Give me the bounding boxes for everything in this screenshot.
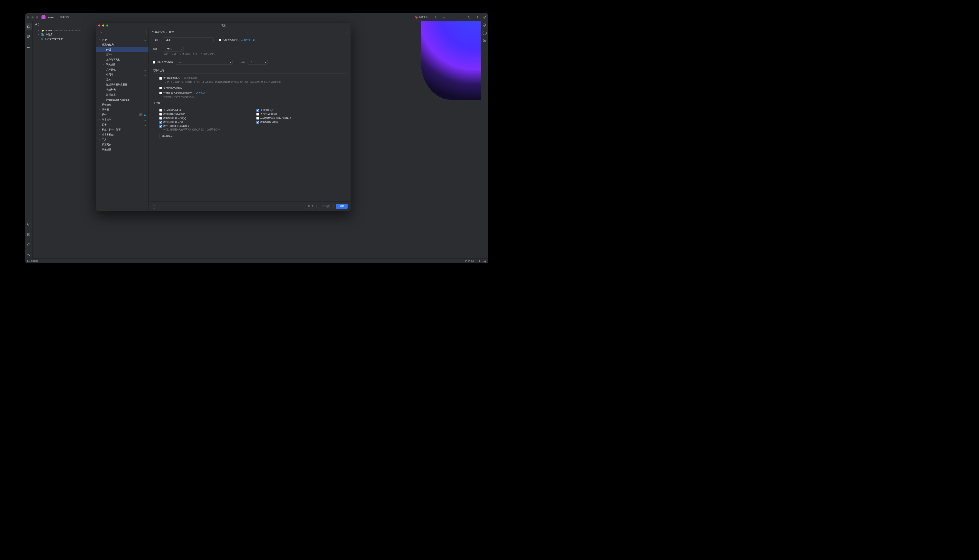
sync-os-checkbox[interactable]: 与操作系统同步 bbox=[219, 38, 239, 41]
problems-tool-icon[interactable] bbox=[26, 242, 32, 248]
settings-gear-icon[interactable] bbox=[483, 16, 487, 19]
nav-scopes[interactable]: 作用域▭ bbox=[96, 72, 149, 77]
git-tool-icon[interactable] bbox=[26, 252, 32, 258]
traffic-min-icon[interactable] bbox=[32, 16, 34, 19]
status-file[interactable]: untitled bbox=[31, 260, 38, 262]
more-icon[interactable] bbox=[450, 16, 454, 19]
nav-appearance-behavior[interactable]: ⌄外观与行为 bbox=[96, 42, 149, 47]
background-image-button[interactable]: 背景图像… bbox=[159, 134, 175, 138]
ai-assistant-icon[interactable] bbox=[482, 30, 487, 36]
zoom-select[interactable]: 100% bbox=[164, 47, 184, 52]
nav-presentation[interactable]: Presentation Assistant bbox=[96, 97, 149, 102]
status-inspections-icon[interactable] bbox=[484, 260, 486, 262]
database-icon[interactable] bbox=[483, 39, 487, 42]
menu-icons-checkbox[interactable]: 在菜单项显示图标 bbox=[257, 121, 347, 124]
nav-build[interactable]: ›构建、执行、部署 bbox=[96, 127, 149, 132]
tree-root[interactable]: › 📁 untitled ~/PhpstormProjects/untitled bbox=[34, 28, 94, 32]
full-path-title-checkbox[interactable]: 始终在窗口标题中显示完整路径 bbox=[257, 117, 347, 120]
theme-select[interactable]: Dark bbox=[164, 37, 214, 42]
nav-plugins[interactable]: ›插件1🌐 bbox=[96, 112, 149, 117]
nav-advanced[interactable]: ›高级设置 bbox=[96, 147, 149, 152]
nav-settings-sync[interactable]: ›设置同步 bbox=[96, 142, 149, 147]
nav-directories[interactable]: ›目录▭ bbox=[96, 122, 149, 127]
tree-scratches[interactable]: 临时文件和控制台 bbox=[34, 37, 94, 41]
breadcrumb-group[interactable]: 外观与行为 bbox=[152, 31, 165, 34]
run-icon[interactable] bbox=[435, 16, 438, 19]
settings-search-input[interactable] bbox=[98, 30, 147, 35]
status-bar-toggle-icon[interactable] bbox=[27, 260, 30, 262]
control-mnemonics-checkbox[interactable]: 在控件中启用助记键 bbox=[159, 121, 250, 124]
nav-quick-lists[interactable]: 快速列表 bbox=[96, 87, 149, 92]
apply-button[interactable]: 应用(A) bbox=[319, 204, 334, 209]
status-bar: untitled PHP: 5.6 bbox=[25, 258, 489, 263]
structure-tool-icon[interactable] bbox=[26, 34, 32, 40]
ok-button[interactable]: 确定 bbox=[336, 204, 348, 209]
nav-new-ui[interactable]: 新 UI bbox=[96, 52, 149, 57]
project-tree[interactable]: › 📁 untitled ~/PhpstormProjects/untitled… bbox=[33, 28, 96, 42]
font-family-select[interactable]: Inter bbox=[176, 60, 233, 65]
status-indexing-icon[interactable] bbox=[477, 260, 480, 262]
tree-external-libs[interactable]: › 外部库 bbox=[34, 32, 94, 37]
nav-file-colors[interactable]: 文件颜色▭ bbox=[96, 67, 149, 72]
run-config-selector[interactable]: 当前文件 ⌄ bbox=[415, 16, 431, 19]
contrast-scrollbar-checkbox[interactable]: 使用对比度滚动条 bbox=[159, 87, 182, 90]
vcs-menu[interactable]: 版本控制 bbox=[60, 16, 69, 19]
color-deficiency-checkbox[interactable]: 针对红-绿色觉缺陷调整颜色 bbox=[159, 92, 192, 95]
terminal-tool-icon[interactable] bbox=[26, 231, 32, 238]
services-tool-icon[interactable] bbox=[26, 221, 32, 227]
screen-reader-checkbox[interactable]: 支持屏幕阅读器 bbox=[159, 77, 180, 80]
code-with-me-icon[interactable] bbox=[468, 16, 471, 19]
nav-menus-toolbars[interactable]: 菜单与工具栏 bbox=[96, 57, 149, 62]
nav-appearance[interactable]: 外观 bbox=[96, 47, 149, 52]
panel-title[interactable]: 项目 bbox=[35, 23, 40, 26]
alt-dnd-checkbox[interactable]: 仅按下 Alt 时拖放 bbox=[257, 113, 347, 116]
project-tool-icon[interactable] bbox=[26, 23, 32, 30]
panel-minimize-icon[interactable]: — bbox=[92, 23, 94, 26]
svg-rect-5 bbox=[27, 36, 28, 37]
chevron-down-icon[interactable]: ⌄ bbox=[70, 16, 72, 19]
nav-data-editor[interactable]: 数据编辑器和查看器 bbox=[96, 82, 149, 87]
nav-keymap[interactable]: ›按键映射 bbox=[96, 102, 149, 107]
get-more-themes-link[interactable]: 获取更多主题 bbox=[242, 38, 255, 41]
dialog-title: 设置 bbox=[96, 24, 351, 27]
window-controls[interactable] bbox=[27, 16, 38, 19]
history-back-icon[interactable]: ← bbox=[340, 31, 343, 34]
nav-editor[interactable]: ›编辑器 bbox=[96, 107, 149, 112]
menu-mnemonics-checkbox[interactable]: 在菜单中启用助记键(M) bbox=[159, 117, 250, 120]
breadcrumb-page: 外观 bbox=[169, 31, 174, 34]
tree-guides-checkbox[interactable]: 显示树缩进参考线 bbox=[159, 109, 250, 112]
nav-tools[interactable]: ›工具 bbox=[96, 137, 149, 142]
font-size-select[interactable]: 13 bbox=[248, 60, 268, 65]
status-php[interactable]: PHP: 5.6 bbox=[465, 260, 474, 262]
smaller-indents-checkbox[interactable]: 在树中使用较小的缩进 bbox=[159, 113, 250, 116]
traffic-close-icon[interactable] bbox=[27, 16, 29, 19]
panel-more-icon[interactable]: ⋮ bbox=[86, 23, 88, 26]
help-icon[interactable]: ? bbox=[270, 109, 273, 112]
history-forward-icon[interactable]: → bbox=[345, 31, 348, 34]
smooth-scroll-checkbox[interactable]: 平滑滚动 bbox=[257, 109, 269, 112]
expand-icon[interactable]: › bbox=[38, 29, 40, 32]
how-it-works-link[interactable]: 运作方式 bbox=[196, 92, 205, 95]
nav-notifications[interactable]: 通知 bbox=[96, 77, 149, 82]
project-color-hint: 一目了然地区分具有不同工具栏颜色的项目。仅适用于新 UI。 bbox=[159, 128, 347, 131]
nav-path-vars[interactable]: 路径变量 bbox=[96, 92, 149, 97]
search-icon[interactable] bbox=[475, 16, 479, 19]
nav-version-control[interactable]: ›版本控制▭ bbox=[96, 117, 149, 122]
nav-system-settings[interactable]: ›系统设置 bbox=[96, 62, 149, 67]
project-color-checkbox[interactable]: 在主工具栏中使用项目颜色 bbox=[159, 125, 250, 128]
debug-icon[interactable] bbox=[442, 16, 446, 19]
help-button[interactable]: ? bbox=[152, 204, 157, 209]
nav-php[interactable]: ›PHP▭ bbox=[96, 37, 149, 42]
more-tool-icon[interactable]: ••• bbox=[26, 44, 32, 50]
custom-font-checkbox[interactable]: 使用自定义字体: bbox=[153, 61, 174, 64]
settings-nav-list[interactable]: ›PHP▭ ⌄外观与行为 外观 新 UI 菜单与工具栏 ›系统设置 文件颜色▭ … bbox=[96, 37, 149, 211]
cancel-button[interactable]: 取消 bbox=[305, 204, 317, 209]
nav-languages[interactable]: ›语言和框架 bbox=[96, 132, 149, 137]
project-name[interactable]: untitled bbox=[47, 16, 55, 19]
chevron-down-icon[interactable]: ⌄ bbox=[56, 16, 58, 19]
notifications-icon[interactable] bbox=[483, 23, 487, 27]
chevron-down-icon[interactable]: ⌄ bbox=[41, 23, 43, 26]
expand-icon[interactable]: › bbox=[38, 33, 40, 36]
svg-rect-15 bbox=[43, 34, 44, 36]
traffic-max-icon[interactable] bbox=[36, 16, 38, 19]
